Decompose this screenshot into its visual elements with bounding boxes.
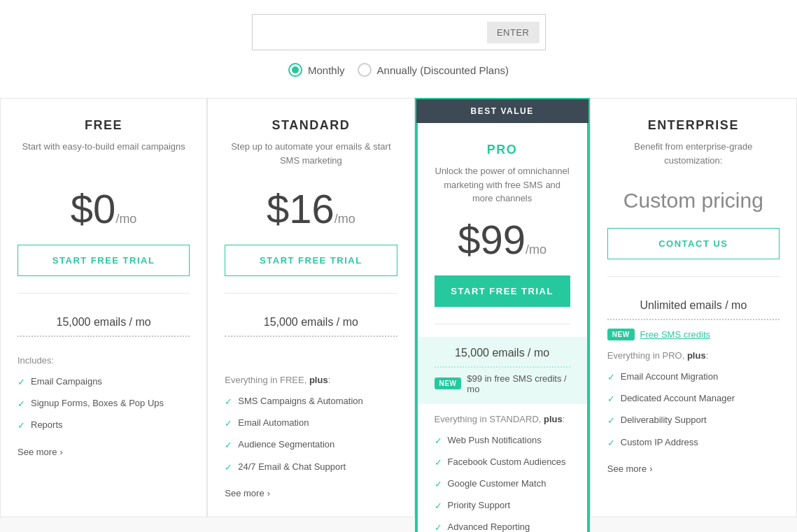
check-icon: ✓ bbox=[225, 417, 232, 430]
pro-price-mo: /mo bbox=[526, 243, 546, 257]
list-item: ✓Audience Segmentation bbox=[225, 438, 397, 452]
enterprise-feature-list: ✓Email Account Migration ✓Dedicated Acco… bbox=[607, 371, 780, 450]
free-see-more[interactable]: See more › bbox=[17, 447, 190, 457]
standard-see-more[interactable]: See more › bbox=[225, 488, 397, 498]
list-item: ✓SMS Campaigns & Automation bbox=[225, 395, 397, 408]
chevron-right-icon: › bbox=[649, 463, 652, 474]
check-icon: ✓ bbox=[607, 371, 615, 384]
free-plan-card: FREE Start with easy-to-build email camp… bbox=[0, 98, 207, 517]
standard-plan-card: STANDARD Step up to automate your emails… bbox=[207, 98, 414, 517]
check-icon: ✓ bbox=[435, 456, 442, 469]
enterprise-email-quota: Unlimited emails / mo bbox=[607, 289, 780, 320]
check-icon: ✓ bbox=[607, 437, 615, 450]
pro-plan-description: Unlock the power of omnichannel marketin… bbox=[435, 164, 570, 206]
chevron-right-icon: › bbox=[59, 447, 62, 457]
enterprise-plan-card: ENTERPRISE Benefit from enterprise-grade… bbox=[590, 98, 797, 517]
pro-plan-card: PRO Unlock the power of omnichannel mark… bbox=[416, 123, 588, 532]
pro-price-amount: $99 bbox=[458, 217, 526, 262]
standard-price-mo: /mo bbox=[334, 212, 355, 226]
check-icon: ✓ bbox=[607, 415, 615, 427]
check-icon: ✓ bbox=[225, 461, 232, 474]
email-count-input-row: 500 ENTER bbox=[252, 14, 546, 50]
monthly-option[interactable]: Monthly bbox=[288, 63, 345, 77]
standard-plan-description: Step up to automate your emails & start … bbox=[225, 140, 397, 175]
check-icon: ✓ bbox=[17, 419, 25, 432]
pro-new-badge: NEW bbox=[435, 378, 462, 389]
check-icon: ✓ bbox=[435, 435, 442, 447]
chevron-right-icon: › bbox=[267, 488, 270, 498]
check-icon: ✓ bbox=[225, 439, 232, 452]
pro-includes-label: Everything in STANDARD, plus: bbox=[435, 414, 570, 424]
pro-quota-section: 15,000 emails / mo NEW $99 in free SMS c… bbox=[418, 337, 587, 404]
pro-sms-text: $99 in free SMS credits / mo bbox=[467, 373, 570, 394]
standard-email-quota: 15,000 emails / mo bbox=[225, 306, 397, 337]
enterprise-see-more[interactable]: See more › bbox=[607, 463, 780, 474]
free-price-mo: /mo bbox=[115, 212, 136, 226]
pro-cta-button[interactable]: START FREE TRIAL bbox=[435, 275, 570, 307]
pro-plan-wrapper: BEST VALUE PRO Unlock the power of omnic… bbox=[415, 98, 590, 532]
pro-email-quota: 15,000 emails / mo bbox=[435, 347, 570, 368]
pro-sms-row: NEW $99 in free SMS credits / mo bbox=[435, 373, 570, 397]
check-icon: ✓ bbox=[17, 398, 25, 410]
standard-includes-label: Everything in FREE, plus: bbox=[225, 375, 397, 385]
list-item: ✓Web Push Notifications bbox=[435, 434, 570, 447]
standard-plan-name: STANDARD bbox=[225, 118, 397, 133]
free-feature-list: ✓Email Campaigns ✓Signup Forms, Boxes & … bbox=[17, 375, 190, 433]
enter-button[interactable]: ENTER bbox=[487, 22, 539, 43]
pro-feature-list: ✓Web Push Notifications ✓Facebook Custom… bbox=[435, 434, 570, 533]
free-plan-description: Start with easy-to-build email campaigns bbox=[17, 140, 190, 175]
free-email-quota: 15,000 emails / mo bbox=[17, 306, 190, 337]
list-item: ✓Custom IP Address bbox=[607, 436, 780, 450]
check-icon: ✓ bbox=[435, 500, 442, 512]
free-plan-name: FREE bbox=[17, 118, 190, 133]
list-item: ✓Email Automation bbox=[225, 417, 397, 430]
check-icon: ✓ bbox=[225, 396, 232, 408]
email-count-input[interactable]: 500 bbox=[267, 24, 487, 41]
list-item: ✓Google Customer Match bbox=[435, 477, 570, 491]
check-icon: ✓ bbox=[17, 376, 25, 389]
free-plan-price: $0/mo bbox=[17, 189, 190, 229]
enterprise-plan-description: Benefit from enterprise-grade customizat… bbox=[607, 140, 780, 175]
monthly-label: Monthly bbox=[308, 64, 345, 76]
enterprise-custom-pricing: Custom pricing bbox=[607, 189, 780, 213]
standard-price-amount: $16 bbox=[267, 186, 334, 231]
list-item: ✓Email Account Migration bbox=[607, 371, 780, 384]
list-item: ✓Deliverability Support bbox=[607, 414, 780, 427]
annually-label: Annually (Discounted Plans) bbox=[377, 64, 509, 76]
list-item: ✓Facebook Custom Audiences bbox=[435, 456, 570, 469]
free-price-amount: $0 bbox=[71, 186, 116, 231]
check-icon: ✓ bbox=[435, 522, 442, 532]
enterprise-cta-button[interactable]: CONTACT US bbox=[607, 228, 780, 259]
check-icon: ✓ bbox=[435, 478, 442, 491]
pro-plan-price: $99/mo bbox=[435, 220, 570, 260]
best-value-banner: BEST VALUE bbox=[416, 99, 588, 123]
plans-container: FREE Start with easy-to-build email camp… bbox=[0, 98, 797, 532]
free-cta-button[interactable]: START FREE TRIAL bbox=[17, 245, 190, 276]
pro-plan-name: PRO bbox=[435, 143, 570, 157]
enterprise-free-sms: Free SMS credits bbox=[640, 329, 710, 340]
billing-toggle: Monthly Annually (Discounted Plans) bbox=[288, 63, 509, 77]
standard-feature-list: ✓SMS Campaigns & Automation ✓Email Autom… bbox=[225, 395, 397, 474]
check-icon: ✓ bbox=[607, 393, 615, 405]
enterprise-new-badge: NEW bbox=[607, 329, 635, 340]
monthly-radio[interactable] bbox=[288, 63, 302, 77]
standard-plan-price: $16/mo bbox=[225, 189, 397, 229]
enterprise-sms-row: NEW Free SMS credits bbox=[607, 329, 780, 340]
list-item: ✓Email Campaigns bbox=[17, 375, 190, 389]
list-item: ✓Priority Support bbox=[435, 499, 570, 512]
annually-radio[interactable] bbox=[358, 63, 372, 77]
list-item: ✓Reports bbox=[17, 419, 190, 432]
list-item: ✓Signup Forms, Boxes & Pop Ups bbox=[17, 397, 190, 410]
list-item: ✓Dedicated Account Manager bbox=[607, 392, 780, 405]
free-includes-label: Includes: bbox=[17, 355, 190, 366]
list-item: ✓24/7 Email & Chat Support bbox=[225, 461, 397, 474]
standard-cta-button[interactable]: START FREE TRIAL bbox=[225, 245, 397, 276]
enterprise-includes-label: Everything in PRO, plus: bbox=[607, 350, 780, 361]
monthly-radio-inner bbox=[292, 66, 299, 73]
enterprise-plan-name: ENTERPRISE bbox=[607, 118, 780, 133]
annually-option[interactable]: Annually (Discounted Plans) bbox=[358, 63, 509, 77]
list-item: ✓Advanced Reporting bbox=[435, 521, 570, 532]
